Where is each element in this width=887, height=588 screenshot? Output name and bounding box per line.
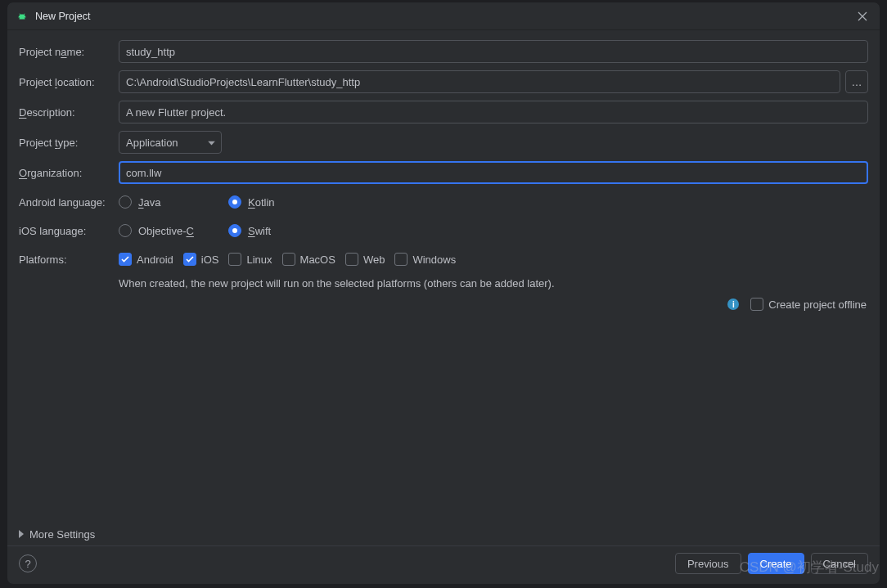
- platform-linux-checkbox[interactable]: Linux: [228, 253, 272, 266]
- window-title: New Project: [35, 11, 90, 22]
- platforms-note: When created, the new project will run o…: [119, 277, 868, 290]
- project-name-input[interactable]: [119, 40, 868, 63]
- cancel-button[interactable]: Cancel: [811, 553, 868, 574]
- project-name-label: Project name:: [19, 46, 119, 58]
- android-language-label: Android language:: [19, 196, 119, 209]
- create-offline-checkbox[interactable]: Create project offline: [750, 298, 867, 311]
- project-location-label: Project location:: [19, 76, 119, 88]
- description-input[interactable]: [119, 101, 868, 123]
- dialog-content: Project name: Project location: … Descri…: [7, 30, 880, 523]
- project-location-input[interactable]: [119, 70, 840, 93]
- create-button[interactable]: Create: [748, 553, 804, 574]
- browse-location-button[interactable]: …: [845, 70, 868, 93]
- ios-lang-swift-radio[interactable]: Swift: [228, 224, 338, 237]
- organization-label: Organization:: [19, 167, 119, 179]
- titlebar: New Project: [7, 2, 880, 30]
- project-type-select[interactable]: Application: [119, 131, 222, 154]
- platform-android-checkbox[interactable]: Android: [119, 253, 173, 266]
- description-label: Description:: [19, 106, 119, 119]
- close-button[interactable]: [853, 7, 871, 25]
- organization-input[interactable]: [119, 161, 868, 184]
- info-icon[interactable]: i: [727, 298, 739, 310]
- platform-web-checkbox[interactable]: Web: [345, 253, 385, 266]
- platforms-label: Platforms:: [19, 254, 119, 266]
- android-lang-kotlin-radio[interactable]: Kotlin: [228, 195, 338, 209]
- previous-button[interactable]: Previous: [675, 553, 741, 574]
- ios-language-label: iOS language:: [19, 225, 119, 237]
- android-studio-icon: [16, 10, 29, 23]
- android-lang-java-radio[interactable]: Java: [119, 195, 228, 209]
- project-type-label: Project type:: [19, 137, 119, 149]
- editor-gutter: [0, 2, 7, 585]
- platform-macos-checkbox[interactable]: MacOS: [282, 253, 335, 266]
- ios-lang-objc-radio[interactable]: Objective-C: [119, 224, 228, 237]
- platform-windows-checkbox[interactable]: Windows: [394, 253, 456, 266]
- more-settings-expander[interactable]: More Settings: [19, 528, 868, 541]
- platform-ios-checkbox[interactable]: iOS: [183, 253, 219, 266]
- new-project-dialog: New Project Project name: Project locati…: [7, 2, 880, 585]
- help-button[interactable]: ?: [19, 554, 37, 572]
- chevron-right-icon: [19, 528, 25, 541]
